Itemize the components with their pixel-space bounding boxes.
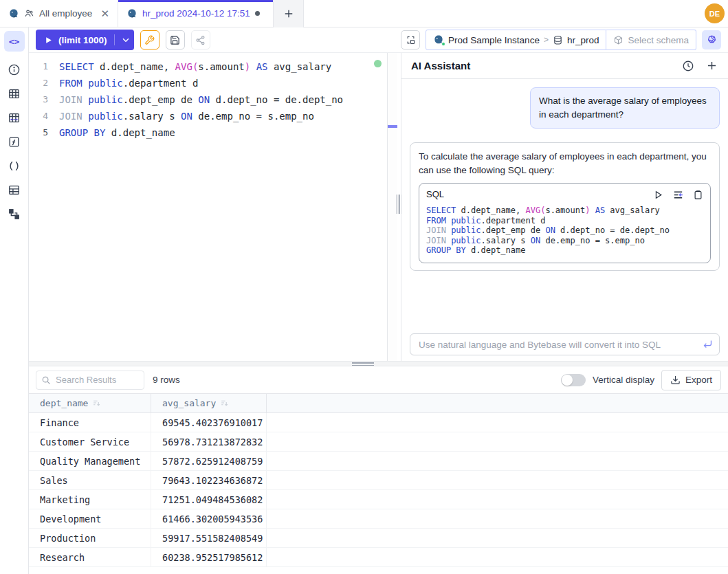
select-schema-dropdown[interactable]: Select schema (606, 30, 696, 50)
line-number: 5 (29, 124, 59, 141)
ai-assistant-title: AI Assistant (411, 60, 470, 71)
info-icon[interactable] (8, 63, 21, 76)
table-row[interactable]: Finance69545.402376910017 (29, 413, 728, 432)
search-results-input[interactable] (36, 371, 144, 390)
table-row[interactable]: Production59917.551582408549 (29, 529, 728, 548)
tab-hr-prod[interactable]: hr_prod 2024-10-12 17:51 (118, 0, 274, 27)
postgres-icon (433, 34, 444, 45)
editor-line[interactable]: 1SELECT d.dept_name, AVG(s.amount) AS av… (29, 58, 387, 75)
editor-line[interactable]: 5GROUP BY d.dept_name (29, 124, 387, 141)
tab-all-employee[interactable]: All employee ✕ (0, 0, 118, 27)
run-sql-icon[interactable] (653, 190, 663, 200)
editor-line[interactable]: 4JOIN public.salary s ON de.emp_no = s.e… (29, 108, 387, 124)
schema-diagram-icon[interactable] (8, 207, 21, 221)
sql-editor-window: All employee ✕ hr_prod 2024-10-12 17:51 … (0, 0, 728, 574)
results-header-row: dept_nameavg_salary (29, 393, 728, 413)
table-row[interactable]: Sales79643.102234636872 (29, 471, 728, 490)
tables-icon[interactable] (8, 87, 21, 100)
sql-block-label: SQL (426, 188, 444, 201)
table-cell: 56978.731213872832 (151, 432, 267, 451)
connection-selector[interactable]: Prod Sample Instance > hr_prod (426, 30, 606, 50)
table-cell-filler (267, 452, 728, 470)
sql-editor-icon[interactable]: <> (4, 31, 25, 52)
function-icon[interactable] (8, 135, 21, 148)
vertical-display-label: Vertical display (593, 375, 654, 385)
close-tab-icon[interactable]: ✕ (100, 8, 109, 19)
button-divider (114, 34, 115, 45)
sql-editor[interactable]: 1SELECT d.dept_name, AVG(s.amount) AS av… (29, 53, 387, 361)
copy-sql-icon[interactable] (693, 190, 703, 200)
table-row[interactable]: Marketing71251.049484536082 (29, 490, 728, 509)
external-tables-icon[interactable] (8, 183, 21, 197)
line-number: 2 (29, 75, 59, 91)
horizontal-splitter[interactable] (29, 361, 728, 366)
table-row[interactable]: Quality Management57872.625912408759 (29, 452, 728, 471)
table-cell-filler (267, 471, 728, 489)
enter-return-icon[interactable] (702, 338, 714, 350)
vertical-display-toggle[interactable] (561, 374, 586, 386)
unsaved-dot-icon (255, 11, 260, 16)
column-header-dept_name[interactable]: dept_name (29, 394, 151, 412)
table-cell: 59917.551582408549 (151, 529, 267, 547)
new-tab-button[interactable] (274, 0, 304, 27)
sort-icon[interactable] (92, 399, 101, 408)
sql-code-block: SQL SELECT d.dept_name, AVG(s.amount) (419, 183, 711, 263)
column-header-filler (267, 394, 728, 412)
table-cell-filler (267, 548, 728, 566)
assistant-intro-text: To calculate the average salary of emplo… (419, 151, 707, 175)
chevron-down-icon[interactable] (120, 34, 131, 45)
wrench-icon (144, 35, 155, 45)
postgres-icon (126, 8, 137, 19)
table-cell: Development (29, 509, 151, 528)
column-label: dept_name (40, 398, 88, 408)
export-button[interactable]: Export (661, 370, 721, 390)
run-label: (limit 1000) (58, 35, 107, 45)
editor-line[interactable]: 3JOIN public.dept_emp de ON d.dept_no = … (29, 91, 387, 108)
table-cell: 79643.102234636872 (151, 471, 267, 489)
tab-label: hr_prod 2024-10-12 17:51 (142, 8, 250, 19)
shared-sheet-icon (24, 8, 34, 19)
insert-sql-icon[interactable] (672, 189, 684, 201)
row-count: 9 rows (153, 375, 180, 385)
table-cell: Production (29, 529, 151, 547)
database-name: hr_prod (567, 35, 599, 45)
table-cell-filler (267, 432, 728, 451)
search-icon (41, 375, 51, 385)
sort-icon[interactable] (220, 399, 229, 408)
column-header-avg_salary[interactable]: avg_salary (151, 394, 267, 412)
editor-line[interactable]: 2FROM public.department d (29, 75, 387, 91)
table-row[interactable]: Development61466.302005943536 (29, 509, 728, 529)
database-icon (553, 35, 563, 45)
table-row[interactable]: Research60238.952517985612 (29, 548, 728, 567)
assistant-message: To calculate the average salary of emplo… (410, 142, 720, 271)
openai-icon[interactable] (702, 30, 721, 49)
results-toolbar: 9 rows Vertical display Export (29, 366, 728, 393)
toggle-knob (562, 375, 573, 386)
select-schema-label: Select schema (628, 35, 689, 45)
save-icon (170, 35, 180, 45)
table-cell: Marketing (29, 490, 151, 509)
table-data-icon[interactable] (8, 111, 21, 124)
new-chat-icon[interactable] (705, 59, 718, 72)
share-button[interactable] (191, 30, 210, 49)
column-label: avg_salary (162, 398, 216, 408)
table-cell-filler (267, 490, 728, 509)
connection-status-dot (374, 60, 382, 67)
connection-breadcrumb: Prod Sample Instance > hr_prod Select sc… (426, 30, 696, 50)
table-row[interactable]: Customer Service56978.731213872832 (29, 432, 728, 452)
sql-code-text: SELECT d.dept_name, AVG(s.amount) AS avg… (426, 206, 703, 256)
parentheses-icon[interactable] (8, 159, 21, 173)
share-icon (195, 35, 206, 45)
run-query-button[interactable]: (limit 1000) (36, 30, 134, 50)
ai-natural-language-input[interactable] (410, 333, 720, 355)
table-cell: 57872.625912408759 (151, 452, 267, 470)
history-clock-icon[interactable] (682, 60, 694, 72)
save-button[interactable] (166, 30, 185, 49)
postgres-icon (8, 8, 19, 19)
table-cell: Sales (29, 471, 151, 489)
sql-code-line: JOIN public.salary s ON de.emp_no = s.em… (426, 236, 703, 246)
batch-query-button[interactable] (401, 30, 420, 49)
admin-wrench-button[interactable] (140, 30, 159, 49)
splitter-grip (352, 362, 374, 366)
avatar[interactable]: DE (705, 3, 725, 23)
